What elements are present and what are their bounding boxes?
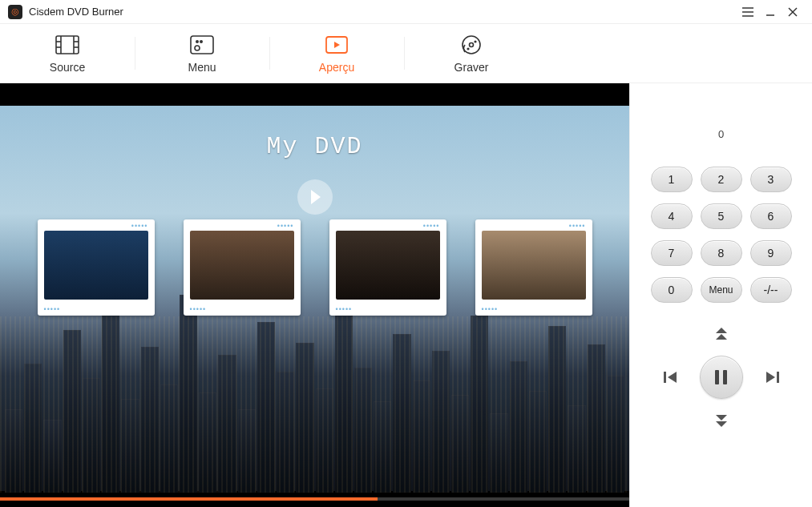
svg-point-16 (195, 46, 200, 50)
preview-progress-fill (0, 497, 378, 501)
key-7[interactable]: 7 (651, 240, 693, 266)
dvd-menu-thumbnails (38, 219, 592, 316)
main-tabs: Source Menu Aperçu Graver (0, 24, 812, 83)
pause-icon (715, 370, 727, 384)
preview-panel: My DVD (0, 83, 629, 507)
prev-track-button[interactable] (660, 366, 682, 388)
tab-menu[interactable]: Menu (135, 24, 269, 82)
dvd-menu-title: My DVD (266, 133, 362, 160)
svg-rect-13 (191, 36, 213, 54)
key-9[interactable]: 9 (750, 240, 792, 266)
thumbnail-image (336, 231, 440, 300)
dvd-play-button[interactable] (297, 179, 333, 215)
pause-button[interactable] (700, 356, 743, 399)
key-8[interactable]: 8 (701, 240, 742, 266)
key-5[interactable]: 5 (701, 203, 742, 229)
minimize-button[interactable] (759, 4, 782, 20)
preview-icon (324, 34, 349, 56)
nav-up-button[interactable] (710, 324, 733, 346)
remote-controls (660, 324, 783, 431)
key-2[interactable]: 2 (701, 167, 742, 192)
dvd-thumbnail-4[interactable] (475, 219, 592, 316)
thumbnail-image (44, 231, 148, 300)
dvd-thumbnail-2[interactable] (184, 219, 301, 316)
svg-rect-22 (664, 372, 666, 383)
remote-panel: 0 1 2 3 4 5 6 7 8 9 0 Menu -/-- (629, 83, 812, 507)
svg-point-15 (200, 40, 202, 42)
svg-rect-23 (777, 372, 779, 383)
film-icon (55, 34, 80, 56)
dvd-thumbnail-3[interactable] (329, 219, 446, 316)
titlebar: ◎ Cisdem DVD Burner (0, 0, 812, 24)
tab-source[interactable]: Source (0, 24, 135, 82)
svg-rect-6 (56, 36, 79, 54)
svg-point-14 (196, 40, 198, 42)
tab-label: Aperçu (319, 61, 354, 74)
preview-progress-track[interactable] (0, 497, 629, 501)
key-3[interactable]: 3 (750, 167, 792, 192)
svg-point-21 (475, 41, 476, 42)
tab-burn[interactable]: Graver (404, 24, 539, 82)
disc-icon (459, 34, 484, 56)
tab-label: Menu (188, 61, 216, 74)
play-icon (311, 190, 321, 204)
next-track-button[interactable] (761, 366, 783, 388)
key-6[interactable]: 6 (750, 203, 792, 229)
key-menu[interactable]: Menu (701, 277, 742, 303)
svg-point-20 (467, 48, 469, 50)
key-4[interactable]: 4 (651, 203, 693, 229)
tab-preview[interactable]: Aperçu (269, 24, 404, 82)
tab-label: Source (50, 61, 85, 74)
remote-display: 0 (718, 128, 724, 147)
svg-point-19 (470, 42, 474, 46)
key-1[interactable]: 1 (651, 167, 693, 192)
app-logo-icon: ◎ (8, 5, 22, 19)
key-dash[interactable]: -/-- (750, 277, 792, 303)
remote-keypad: 1 2 3 4 5 6 7 8 9 0 Menu -/-- (651, 167, 792, 303)
menu-icon (189, 34, 215, 56)
tab-label: Graver (454, 61, 489, 74)
key-0[interactable]: 0 (651, 277, 693, 303)
thumbnail-image (190, 231, 294, 300)
main-area: My DVD 0 1 2 3 4 (0, 83, 812, 507)
thumbnail-image (482, 231, 586, 300)
hamburger-menu-button[interactable] (737, 4, 759, 20)
svg-point-18 (463, 36, 480, 54)
city-lights-decor (0, 316, 629, 493)
app-title: Cisdem DVD Burner (29, 6, 123, 18)
nav-down-button[interactable] (710, 408, 733, 431)
close-button[interactable] (782, 4, 804, 20)
dvd-thumbnail-1[interactable] (38, 219, 155, 316)
